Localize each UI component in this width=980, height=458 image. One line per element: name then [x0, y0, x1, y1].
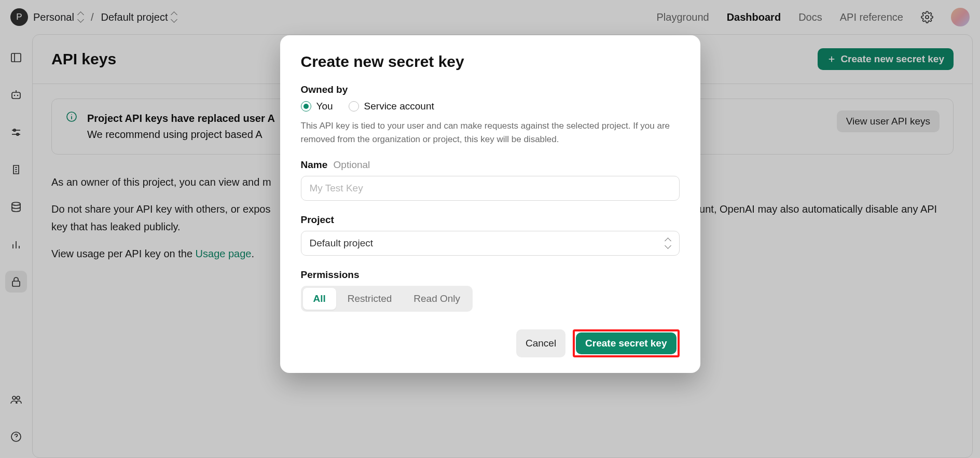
perm-all-tab[interactable]: All [303, 288, 336, 310]
permissions-label: Permissions [301, 269, 680, 281]
radio-icon [349, 101, 359, 112]
perm-readonly-tab[interactable]: Read Only [403, 288, 471, 310]
owned-by-label: Owned by [301, 84, 680, 95]
permissions-segmented: All Restricted Read Only [301, 286, 473, 312]
radio-icon [301, 101, 311, 112]
key-name-input[interactable] [301, 176, 680, 201]
project-select-value: Default project [310, 238, 374, 249]
create-secret-key-modal: Create new secret key Owned by You Servi… [280, 35, 700, 373]
owned-by-service-account-radio[interactable]: Service account [349, 101, 434, 112]
perm-restricted-tab[interactable]: Restricted [337, 288, 403, 310]
modal-title: Create new secret key [301, 53, 680, 71]
create-secret-key-submit-button[interactable]: Create secret key [576, 332, 676, 354]
radio-you-label: You [316, 101, 333, 112]
owned-by-you-radio[interactable]: You [301, 101, 333, 112]
radio-service-label: Service account [364, 101, 434, 112]
name-label: Name Optional [301, 159, 680, 171]
project-select[interactable]: Default project [301, 231, 680, 256]
owned-by-help-text: This API key is tied to your user and ca… [301, 119, 680, 146]
cancel-button[interactable]: Cancel [516, 329, 565, 357]
project-label: Project [301, 214, 680, 226]
tutorial-highlight: Create secret key [573, 329, 679, 357]
chevron-updown-icon [665, 239, 671, 247]
